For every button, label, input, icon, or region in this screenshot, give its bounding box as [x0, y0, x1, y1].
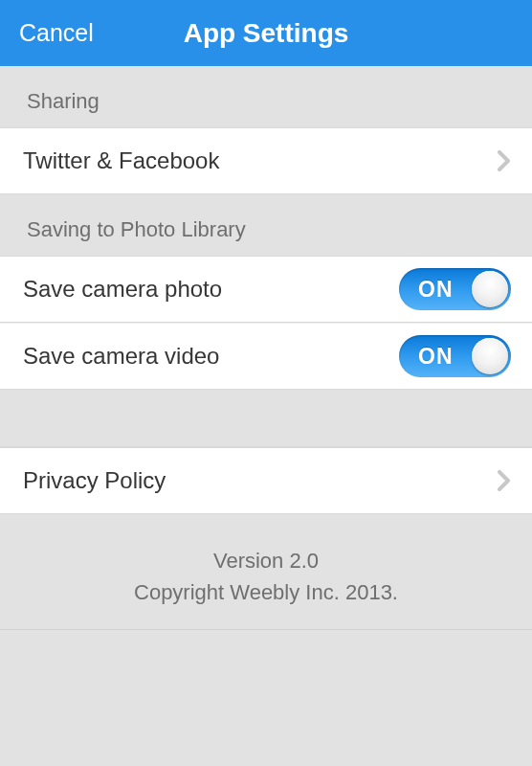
chevron-right-icon	[498, 470, 511, 491]
row-save-camera-photo: Save camera photo ON	[0, 256, 532, 323]
toggle-knob	[472, 271, 508, 307]
row-label: Twitter & Facebook	[23, 147, 219, 174]
section-header-sharing: Sharing	[0, 66, 532, 127]
toggle-on-label: ON	[418, 344, 454, 370]
copyright-text: Copyright Weebly Inc. 2013.	[0, 576, 532, 608]
footer: Version 2.0 Copyright Weebly Inc. 2013.	[0, 514, 532, 630]
row-privacy-policy[interactable]: Privacy Policy	[0, 447, 532, 514]
toggle-on-label: ON	[418, 277, 454, 303]
toggle-save-photo[interactable]: ON	[399, 268, 511, 310]
row-twitter-facebook[interactable]: Twitter & Facebook	[0, 127, 532, 194]
row-save-camera-video: Save camera video ON	[0, 323, 532, 390]
row-label: Save camera photo	[23, 276, 222, 303]
navbar: Cancel App Settings	[0, 0, 532, 66]
toggle-knob	[472, 338, 508, 374]
row-label: Save camera video	[23, 343, 219, 370]
chevron-right-icon	[498, 150, 511, 171]
toggle-save-video[interactable]: ON	[399, 335, 511, 377]
section-header-saving: Saving to Photo Library	[0, 194, 532, 256]
section-spacer	[0, 390, 532, 447]
version-text: Version 2.0	[0, 545, 532, 576]
cancel-button[interactable]: Cancel	[0, 19, 94, 47]
row-label: Privacy Policy	[23, 467, 166, 494]
